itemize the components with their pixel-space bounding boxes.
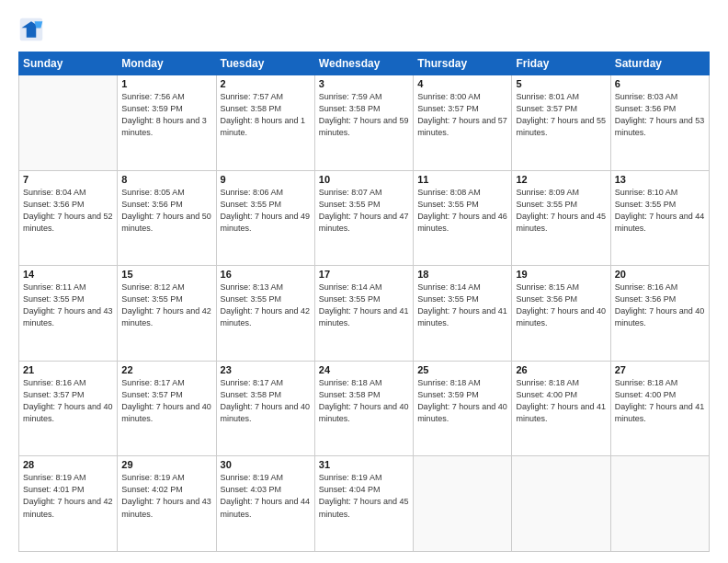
day-number: 2 xyxy=(221,78,311,89)
calendar-cell: 31 Sunrise: 8:19 AMSunset: 4:04 PMDaylig… xyxy=(314,456,413,552)
day-number: 25 xyxy=(417,364,507,375)
day-number: 30 xyxy=(221,459,311,470)
day-info: Sunrise: 8:19 AMSunset: 4:01 PMDaylight:… xyxy=(23,472,113,520)
calendar-cell: 9 Sunrise: 8:06 AMSunset: 3:55 PMDayligh… xyxy=(216,170,314,266)
day-info: Sunrise: 8:06 AMSunset: 3:55 PMDaylight:… xyxy=(221,187,311,235)
day-number: 17 xyxy=(319,269,409,280)
calendar-cell xyxy=(512,456,610,552)
day-number: 26 xyxy=(516,364,606,375)
calendar-cell: 17 Sunrise: 8:14 AMSunset: 3:55 PMDaylig… xyxy=(314,266,413,362)
calendar-cell: 22 Sunrise: 8:17 AMSunset: 3:57 PMDaylig… xyxy=(118,361,216,456)
day-info: Sunrise: 7:56 AMSunset: 3:59 PMDaylight:… xyxy=(121,91,211,139)
day-number: 1 xyxy=(121,78,211,89)
calendar-week-row: 1 Sunrise: 7:56 AMSunset: 3:59 PMDayligh… xyxy=(19,75,710,171)
day-info: Sunrise: 8:03 AMSunset: 3:56 PMDaylight:… xyxy=(615,91,705,139)
day-number: 13 xyxy=(615,174,705,185)
day-header-tuesday: Tuesday xyxy=(216,52,314,75)
calendar-cell: 2 Sunrise: 7:57 AMSunset: 3:58 PMDayligh… xyxy=(216,75,314,171)
day-number: 31 xyxy=(319,459,409,470)
day-number: 22 xyxy=(121,364,211,375)
day-number: 8 xyxy=(121,174,211,185)
day-info: Sunrise: 8:19 AMSunset: 4:02 PMDaylight:… xyxy=(121,472,211,520)
day-info: Sunrise: 7:59 AMSunset: 3:58 PMDaylight:… xyxy=(319,91,409,139)
day-info: Sunrise: 8:01 AMSunset: 3:57 PMDaylight:… xyxy=(516,91,606,139)
calendar-header-row: SundayMondayTuesdayWednesdayThursdayFrid… xyxy=(19,52,710,75)
calendar-cell: 12 Sunrise: 8:09 AMSunset: 3:55 PMDaylig… xyxy=(512,170,610,266)
calendar-cell: 27 Sunrise: 8:18 AMSunset: 4:00 PMDaylig… xyxy=(610,361,709,456)
calendar-page: SundayMondayTuesdayWednesdayThursdayFrid… xyxy=(0,0,728,563)
calendar-week-row: 7 Sunrise: 8:04 AMSunset: 3:56 PMDayligh… xyxy=(19,170,710,266)
day-number: 21 xyxy=(23,364,113,375)
calendar-cell: 16 Sunrise: 8:13 AMSunset: 3:55 PMDaylig… xyxy=(216,266,314,362)
calendar-cell: 5 Sunrise: 8:01 AMSunset: 3:57 PMDayligh… xyxy=(512,75,610,171)
day-number: 29 xyxy=(121,459,211,470)
day-info: Sunrise: 8:08 AMSunset: 3:55 PMDaylight:… xyxy=(417,187,507,235)
day-info: Sunrise: 8:15 AMSunset: 3:56 PMDaylight:… xyxy=(516,282,606,329)
calendar-cell: 13 Sunrise: 8:10 AMSunset: 3:55 PMDaylig… xyxy=(610,170,709,266)
day-number: 16 xyxy=(221,269,311,280)
day-number: 3 xyxy=(319,78,409,89)
calendar-cell: 23 Sunrise: 8:17 AMSunset: 3:58 PMDaylig… xyxy=(216,361,314,456)
day-info: Sunrise: 8:17 AMSunset: 3:57 PMDaylight:… xyxy=(121,377,211,425)
day-info: Sunrise: 8:19 AMSunset: 4:04 PMDaylight:… xyxy=(319,472,409,520)
calendar-cell: 15 Sunrise: 8:12 AMSunset: 3:55 PMDaylig… xyxy=(118,266,216,362)
day-info: Sunrise: 8:12 AMSunset: 3:55 PMDaylight:… xyxy=(121,282,211,329)
day-header-friday: Friday xyxy=(512,52,610,75)
day-number: 9 xyxy=(221,174,311,185)
calendar-cell: 4 Sunrise: 8:00 AMSunset: 3:57 PMDayligh… xyxy=(414,75,512,171)
calendar-cell: 29 Sunrise: 8:19 AMSunset: 4:02 PMDaylig… xyxy=(118,456,216,552)
day-header-saturday: Saturday xyxy=(610,52,709,75)
day-number: 23 xyxy=(221,364,311,375)
calendar-cell: 20 Sunrise: 8:16 AMSunset: 3:56 PMDaylig… xyxy=(610,266,709,362)
day-number: 11 xyxy=(417,174,507,185)
day-number: 15 xyxy=(121,269,211,280)
day-number: 6 xyxy=(615,78,705,89)
day-info: Sunrise: 8:18 AMSunset: 4:00 PMDaylight:… xyxy=(615,377,705,425)
day-info: Sunrise: 8:16 AMSunset: 3:57 PMDaylight:… xyxy=(23,377,113,425)
calendar-cell: 1 Sunrise: 7:56 AMSunset: 3:59 PMDayligh… xyxy=(118,75,216,171)
calendar-cell: 18 Sunrise: 8:14 AMSunset: 3:55 PMDaylig… xyxy=(414,266,512,362)
day-header-monday: Monday xyxy=(118,52,216,75)
calendar-cell: 19 Sunrise: 8:15 AMSunset: 3:56 PMDaylig… xyxy=(512,266,610,362)
calendar-cell xyxy=(414,456,512,552)
day-info: Sunrise: 8:10 AMSunset: 3:55 PMDaylight:… xyxy=(615,187,705,235)
calendar-cell: 25 Sunrise: 8:18 AMSunset: 3:59 PMDaylig… xyxy=(414,361,512,456)
calendar-cell xyxy=(610,456,709,552)
calendar-cell: 26 Sunrise: 8:18 AMSunset: 4:00 PMDaylig… xyxy=(512,361,610,456)
day-number: 18 xyxy=(417,269,507,280)
day-header-thursday: Thursday xyxy=(414,52,512,75)
day-info: Sunrise: 8:11 AMSunset: 3:55 PMDaylight:… xyxy=(23,282,113,329)
day-info: Sunrise: 8:19 AMSunset: 4:03 PMDaylight:… xyxy=(221,472,311,520)
calendar-cell: 11 Sunrise: 8:08 AMSunset: 3:55 PMDaylig… xyxy=(414,170,512,266)
day-number: 12 xyxy=(516,174,606,185)
calendar-cell: 21 Sunrise: 8:16 AMSunset: 3:57 PMDaylig… xyxy=(19,361,118,456)
day-number: 7 xyxy=(23,174,113,185)
day-info: Sunrise: 8:05 AMSunset: 3:56 PMDaylight:… xyxy=(121,187,211,235)
day-number: 27 xyxy=(615,364,705,375)
calendar-cell xyxy=(19,75,118,171)
day-header-sunday: Sunday xyxy=(19,52,118,75)
day-info: Sunrise: 8:00 AMSunset: 3:57 PMDaylight:… xyxy=(417,91,507,139)
calendar-cell: 14 Sunrise: 8:11 AMSunset: 3:55 PMDaylig… xyxy=(19,266,118,362)
calendar-week-row: 28 Sunrise: 8:19 AMSunset: 4:01 PMDaylig… xyxy=(19,456,710,552)
day-number: 4 xyxy=(417,78,507,89)
calendar-cell: 3 Sunrise: 7:59 AMSunset: 3:58 PMDayligh… xyxy=(314,75,413,171)
day-number: 20 xyxy=(615,269,705,280)
day-info: Sunrise: 8:17 AMSunset: 3:58 PMDaylight:… xyxy=(221,377,311,425)
day-info: Sunrise: 8:18 AMSunset: 3:59 PMDaylight:… xyxy=(417,377,507,425)
day-info: Sunrise: 8:14 AMSunset: 3:55 PMDaylight:… xyxy=(319,282,409,329)
calendar-cell: 7 Sunrise: 8:04 AMSunset: 3:56 PMDayligh… xyxy=(19,170,118,266)
calendar-cell: 8 Sunrise: 8:05 AMSunset: 3:56 PMDayligh… xyxy=(118,170,216,266)
calendar-week-row: 14 Sunrise: 8:11 AMSunset: 3:55 PMDaylig… xyxy=(19,266,710,362)
calendar-cell: 30 Sunrise: 8:19 AMSunset: 4:03 PMDaylig… xyxy=(216,456,314,552)
day-number: 5 xyxy=(516,78,606,89)
day-number: 10 xyxy=(319,174,409,185)
calendar-cell: 6 Sunrise: 8:03 AMSunset: 3:56 PMDayligh… xyxy=(610,75,709,171)
day-info: Sunrise: 8:18 AMSunset: 4:00 PMDaylight:… xyxy=(516,377,606,425)
day-number: 24 xyxy=(319,364,409,375)
day-info: Sunrise: 7:57 AMSunset: 3:58 PMDaylight:… xyxy=(221,91,311,139)
day-number: 19 xyxy=(516,269,606,280)
logo-icon xyxy=(18,17,44,42)
calendar-cell: 10 Sunrise: 8:07 AMSunset: 3:55 PMDaylig… xyxy=(314,170,413,266)
day-info: Sunrise: 8:07 AMSunset: 3:55 PMDaylight:… xyxy=(319,187,409,235)
